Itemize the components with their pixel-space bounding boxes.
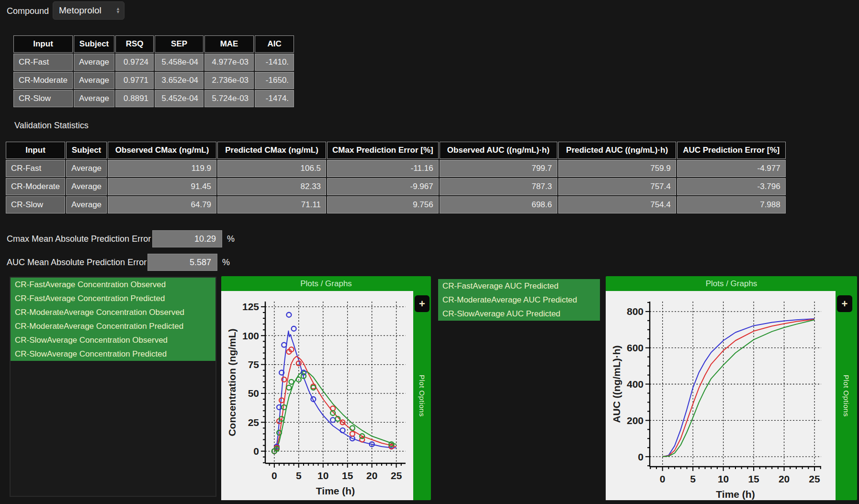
svg-text:400: 400 [627, 379, 644, 390]
cmax-error-field[interactable]: 10.29 [152, 230, 222, 247]
svg-text:0: 0 [271, 470, 277, 481]
auc-plot-panel: Plots / Graphs 05101520250200400600800Ti… [606, 276, 857, 500]
list-item[interactable]: CR-FastAverage Concentration Predicted [11, 291, 215, 305]
table-row: CR-Moderate Average 91.45 82.33 -9.967 7… [6, 178, 786, 195]
svg-text:0: 0 [638, 451, 644, 462]
table-row: CR-Slow Average 0.8891 5.452e-04 5.724e-… [13, 90, 294, 107]
cell: 757.4 [558, 178, 676, 195]
cell: 799.7 [440, 160, 557, 177]
svg-text:Concentration (ng/mL): Concentration (ng/mL) [226, 328, 237, 436]
table-header-row: Input Subject RSQ SEP MAE AIC [13, 35, 294, 53]
plot-options-label: Plot Options [418, 375, 426, 417]
col-header: SEP [155, 35, 203, 53]
compound-select[interactable]: Metoprolol ▲▼ [53, 1, 124, 20]
cell: 91.45 [108, 178, 216, 195]
cell: 698.6 [440, 196, 557, 213]
auc-error-field[interactable]: 5.587 [147, 254, 217, 271]
svg-text:Time (h): Time (h) [316, 485, 355, 496]
cell: 0.9771 [115, 72, 154, 89]
cell: -11.16 [327, 160, 439, 177]
cell: CR-Moderate [6, 178, 65, 195]
validation-statistics-title: Validation Statistics [14, 121, 89, 131]
col-header: RSQ [115, 35, 154, 53]
plot-options-tab[interactable]: Plot Options [413, 291, 431, 500]
col-header: Predicted CMax (ng/mL) [217, 142, 326, 159]
cell: Average [66, 160, 107, 177]
col-header: Observed AUC ((ng/mL)·h) [440, 142, 557, 159]
list-item[interactable]: CR-ModerateAverage Concentration Predict… [11, 319, 215, 333]
col-header: CMax Prediction Error [%] [327, 142, 439, 159]
svg-text:125: 125 [242, 301, 259, 312]
svg-text:0: 0 [660, 473, 666, 484]
add-plot-button[interactable]: + [837, 295, 852, 312]
cell: Average [66, 178, 107, 195]
plot-options-label: Plot Options [842, 375, 850, 417]
cmax-error-label: Cmax Mean Absolute Prediction Error [7, 234, 151, 244]
cell: CR-Moderate [13, 72, 73, 89]
svg-text:25: 25 [248, 417, 260, 428]
svg-text:50: 50 [248, 388, 259, 399]
cell: 82.33 [217, 178, 326, 195]
svg-text:Time (h): Time (h) [716, 489, 755, 500]
col-header: AIC [255, 35, 294, 53]
list-item[interactable]: CR-FastAverage Concentration Observed [11, 278, 215, 291]
svg-text:10: 10 [317, 470, 328, 481]
cell: 5.452e-04 [155, 90, 203, 107]
svg-text:15: 15 [342, 470, 353, 481]
cell: 5.458e-04 [155, 54, 203, 71]
cmax-error-value: 10.29 [194, 234, 216, 244]
list-item[interactable]: CR-SlowAverage Concentration Predicted [11, 347, 215, 361]
svg-text:200: 200 [627, 415, 644, 426]
svg-text:600: 600 [627, 342, 644, 353]
cell: 5.724e-03 [204, 90, 254, 107]
cell: 787.3 [440, 178, 557, 195]
svg-text:20: 20 [366, 470, 377, 481]
cell: -1474. [255, 90, 294, 107]
auc-plot-area: 05101520250200400600800Time (h)AUC ((ng/… [606, 291, 836, 500]
auc-error-value: 5.587 [190, 258, 211, 268]
cell: 0.8891 [115, 90, 154, 107]
svg-text:AUC ((ng/mL)·h): AUC ((ng/mL)·h) [611, 345, 622, 423]
col-header: Observed CMax (ng/mL) [108, 142, 216, 159]
cell: 759.9 [558, 160, 676, 177]
add-plot-button[interactable]: + [415, 295, 430, 312]
compound-label: Compound [7, 6, 49, 16]
concentration-plot-area: 05101520250255075100125Time (h)Concentra… [221, 291, 413, 500]
col-header: MAE [204, 35, 254, 53]
compound-select-value: Metoprolol [59, 5, 116, 16]
concentration-series-listbox[interactable]: CR-FastAverage Concentration Observed CR… [10, 277, 216, 497]
plot-options-tab[interactable]: Plot Options [836, 291, 857, 500]
svg-text:0: 0 [253, 446, 259, 457]
cell: 9.756 [327, 196, 439, 213]
auc-error-unit: % [222, 258, 230, 268]
list-item[interactable]: CR-FastAverage AUC Predicted [438, 279, 600, 293]
cell: 4.977e-03 [204, 54, 254, 71]
cell: 3.652e-04 [155, 72, 203, 89]
auc-series-listbox[interactable]: CR-FastAverage AUC Predicted CR-Moderate… [438, 279, 600, 321]
auc-error-label: AUC Mean Absolute Prediction Error [7, 258, 147, 268]
cell: 71.11 [217, 196, 326, 213]
svg-text:25: 25 [391, 470, 402, 481]
col-header: Subject [74, 35, 114, 53]
list-item[interactable]: CR-ModerateAverage Concentration Observe… [11, 305, 215, 319]
svg-text:100: 100 [242, 330, 259, 341]
table-row: CR-Moderate Average 0.9771 3.652e-04 2.7… [13, 72, 294, 89]
cmax-error-unit: % [227, 234, 235, 244]
svg-text:800: 800 [627, 306, 644, 317]
list-item[interactable]: CR-ModerateAverage AUC Predicted [438, 293, 600, 307]
svg-text:5: 5 [296, 470, 302, 481]
col-header: Input [13, 35, 73, 53]
table-row: CR-Slow Average 64.79 71.11 9.756 698.6 … [6, 196, 786, 213]
col-header: Input [6, 142, 65, 159]
concentration-chart: 05101520250255075100125Time (h)Concentra… [221, 291, 413, 500]
cell: Average [66, 196, 107, 213]
cell: -1650. [255, 72, 294, 89]
svg-text:5: 5 [690, 473, 696, 484]
cell: Average [74, 54, 114, 71]
table-row: CR-Fast Average 119.9 106.5 -11.16 799.7… [6, 160, 786, 177]
list-item[interactable]: CR-SlowAverage Concentration Observed [11, 333, 215, 347]
list-item[interactable]: CR-SlowAverage AUC Predicted [438, 307, 600, 321]
cell: 0.9724 [115, 54, 154, 71]
validation-statistics-table: Input Subject Observed CMax (ng/mL) Pred… [5, 141, 787, 214]
cell: 2.736e-03 [204, 72, 254, 89]
